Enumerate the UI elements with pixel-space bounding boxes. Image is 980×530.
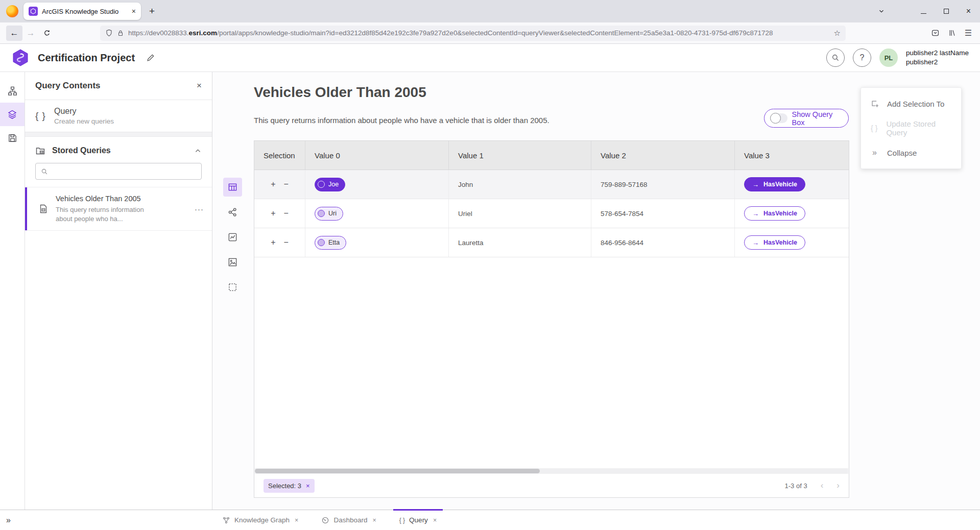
table-header-row: Selection Value 0 Value 1 Value 2 Value … [254, 141, 849, 170]
table-row[interactable]: + − Uri Uriel 578-654-7854 →HasVehicle [254, 199, 849, 228]
relationship-pill[interactable]: →HasVehicle [744, 177, 805, 191]
horizontal-scrollbar[interactable] [255, 468, 848, 474]
menu-icon[interactable]: ☰ [965, 28, 972, 38]
tab-list-chevron-icon[interactable] [878, 8, 885, 15]
cell-value: 759-889-57168 [591, 170, 735, 199]
tracking-shield-icon[interactable] [105, 29, 113, 37]
entity-pill[interactable]: Joe [315, 178, 345, 191]
user-avatar[interactable]: PL [879, 49, 898, 67]
context-menu: Add Selection To { } Update Stored Query… [861, 87, 962, 169]
new-tab-button[interactable]: + [149, 6, 155, 17]
edit-title-pencil-icon[interactable] [146, 53, 155, 62]
stored-query-title: Vehicles Older Than 2005 [56, 195, 158, 203]
chart-view-button[interactable] [223, 228, 242, 247]
toggle-switch[interactable] [771, 113, 787, 123]
stored-query-description: This query returns information about peo… [56, 205, 158, 223]
menu-item-collapse[interactable]: » Collapse [861, 140, 961, 165]
user-name: publisher2 lastName publisher2 [906, 49, 969, 66]
back-button[interactable]: ← [6, 26, 22, 41]
bookmark-star-icon[interactable]: ☆ [834, 29, 841, 38]
sidebar-item-hierarchy[interactable] [0, 79, 25, 103]
maximize-button[interactable] [944, 7, 949, 16]
query-list-item[interactable]: { } Query Create new queries [25, 100, 212, 132]
firefox-icon[interactable] [6, 5, 18, 17]
entity-pill[interactable]: Uri [315, 207, 343, 221]
url-text[interactable]: https://dev0028833.esri.com/portal/apps/… [128, 29, 830, 37]
entity-pill[interactable]: Etta [315, 236, 346, 250]
clear-selection-icon[interactable]: × [306, 482, 310, 490]
padlock-icon[interactable] [117, 30, 124, 37]
tab-close-icon[interactable]: × [433, 517, 437, 524]
add-to-selection-icon[interactable]: + [271, 209, 275, 218]
arrow-right-icon: → [752, 239, 759, 247]
entity-dot-icon [318, 181, 325, 188]
menu-item-add-selection-to[interactable]: Add Selection To [861, 91, 961, 116]
chevron-up-icon[interactable] [194, 147, 202, 155]
selected-count-chip[interactable]: Selected: 3 × [264, 479, 315, 493]
cell-value: Uriel [449, 199, 591, 228]
menu-item-update-stored-query[interactable]: { } Update Stored Query [861, 116, 961, 140]
next-page-icon[interactable]: › [836, 480, 840, 491]
window-close-button[interactable]: × [966, 7, 971, 16]
image-icon [228, 257, 237, 267]
tab-close-icon[interactable]: × [372, 517, 376, 524]
table-view-button[interactable] [223, 178, 242, 197]
save-icon [8, 133, 17, 143]
page-title: Vehicles Older Than 2005 [254, 84, 426, 101]
column-header[interactable]: Value 1 [449, 141, 591, 170]
help-button[interactable]: ? [853, 49, 871, 67]
cell-value: 846-956-8644 [591, 228, 735, 257]
minimize-button[interactable] [921, 7, 926, 16]
show-query-box-toggle[interactable]: Show Query Box [764, 109, 849, 128]
relationship-pill[interactable]: →HasVehicle [744, 206, 805, 221]
map-view-button[interactable] [223, 253, 242, 272]
column-header[interactable]: Value 0 [305, 141, 449, 170]
column-header[interactable]: Value 2 [591, 141, 735, 170]
search-input[interactable] [52, 167, 196, 176]
relationship-pill[interactable]: →HasVehicle [744, 235, 805, 250]
previous-page-icon[interactable]: ‹ [821, 480, 824, 491]
table-row[interactable]: + − Joe John 759-889-57168 →HasVehicle [254, 170, 849, 199]
chart-icon [228, 232, 237, 242]
cell-value: Lauretta [449, 228, 591, 257]
forward-button[interactable]: → [22, 26, 39, 41]
tab-knowledge-graph[interactable]: Knowledge Graph × [217, 510, 303, 530]
panel-close-icon[interactable]: × [197, 81, 202, 91]
show-query-box-label: Show Query Box [792, 110, 842, 127]
tab-query[interactable]: { } Query × [394, 510, 442, 530]
cell-value: 578-654-7854 [591, 199, 735, 228]
expand-panel-icon[interactable]: » [6, 516, 10, 525]
sidebar-item-save[interactable] [0, 126, 25, 150]
reload-button[interactable] [39, 26, 55, 41]
column-header[interactable]: Value 3 [735, 141, 849, 170]
table-empty-area [254, 257, 849, 468]
remove-from-selection-icon[interactable]: − [284, 209, 289, 218]
remove-from-selection-icon[interactable]: − [284, 180, 289, 189]
sidebar-item-contents[interactable] [0, 103, 25, 126]
column-header[interactable]: Selection [254, 141, 305, 170]
stored-queries-header[interactable]: Stored Queries [25, 137, 212, 162]
item-options-icon[interactable]: ··· [195, 205, 204, 213]
scrollbar-thumb[interactable] [255, 469, 540, 473]
browser-tab[interactable]: ArcGIS Knowledge Studio × [23, 3, 141, 20]
remove-from-selection-icon[interactable]: − [284, 238, 289, 247]
braces-icon: { } [399, 517, 405, 524]
pocket-icon[interactable] [931, 29, 940, 37]
tab-close-icon[interactable]: × [132, 7, 136, 15]
panel-title: Query Contents [35, 81, 101, 91]
add-to-selection-icon[interactable]: + [271, 238, 275, 247]
stored-queries-search[interactable] [35, 163, 202, 180]
link-chart-view-button[interactable] [223, 203, 242, 222]
tab-close-icon[interactable]: × [295, 517, 298, 524]
toggle-knob[interactable] [770, 113, 781, 124]
library-icon[interactable] [948, 29, 957, 37]
select-view-button[interactable] [223, 278, 242, 297]
tab-dashboard[interactable]: Dashboard × [316, 510, 381, 530]
page-range-label: 1-3 of 3 [785, 482, 807, 490]
search-button[interactable] [826, 49, 845, 67]
address-bar[interactable]: https://dev0028833.esri.com/portal/apps/… [100, 26, 846, 41]
table-row[interactable]: + − Etta Lauretta 846-956-8644 →HasVehic… [254, 228, 849, 257]
add-to-selection-icon[interactable]: + [271, 180, 275, 189]
stored-query-item[interactable]: Vehicles Older Than 2005 This query retu… [25, 187, 212, 231]
folder-icon [35, 146, 45, 156]
